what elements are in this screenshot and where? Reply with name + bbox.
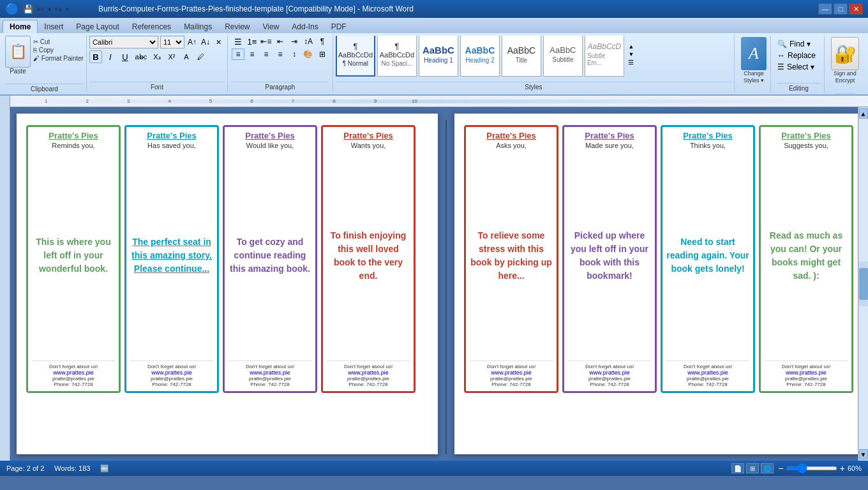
copy-button[interactable]: ⎘ Copy	[33, 47, 84, 54]
web-layout-button[interactable]: 🌐	[761, 463, 774, 473]
tab-mailings[interactable]: Mailings	[177, 20, 218, 33]
justify-button[interactable]: ≡	[274, 48, 287, 60]
font-size-decrease[interactable]: A↓	[200, 36, 211, 48]
increase-indent-button[interactable]: ⇥	[288, 36, 301, 47]
find-button[interactable]: 🔍 Find ▾	[777, 40, 820, 48]
font-size-select[interactable]: 11	[160, 36, 184, 48]
styles-scroll[interactable]: ▲ ▼ ☰	[626, 43, 636, 66]
quick-undo-arrow[interactable]: ▾	[48, 6, 51, 13]
align-left-button[interactable]: ≡	[232, 48, 244, 60]
search-icon: 🔍	[777, 40, 787, 48]
quick-save[interactable]: 💾	[23, 4, 33, 14]
show-hide-button[interactable]: ¶	[316, 36, 329, 47]
bm6-subtitle: Made sure you,	[568, 142, 651, 149]
font-name-select[interactable]: Calibri	[89, 36, 158, 48]
view-buttons: 📄 ⊞ 🌐	[731, 463, 774, 473]
style-heading2[interactable]: AaBbC Heading 2	[460, 36, 500, 77]
horizontal-ruler: 1 2 3 4 5 6 7 8 9 10	[10, 96, 868, 107]
tab-pdf[interactable]: PDF	[325, 20, 353, 33]
font-group-label: Font	[89, 82, 225, 91]
ribbon: 📋 Paste ✂ Cut ⎘ Copy 🖌 Format Painter Cl…	[0, 33, 868, 96]
page-divider	[445, 114, 447, 454]
cut-button[interactable]: ✂ Cut	[33, 38, 84, 45]
bm4-body: To finish enjoying this well loved book …	[327, 153, 410, 358]
tab-add-ins[interactable]: Add-Ins	[285, 20, 324, 33]
tab-insert[interactable]: Insert	[38, 20, 70, 33]
decrease-indent-button[interactable]: ⇤	[274, 36, 287, 47]
document-scroll-area[interactable]: Pratte's Pies Reminds you, This is where…	[10, 107, 858, 461]
select-button[interactable]: ☰ Select ▾	[777, 63, 820, 71]
quick-redo[interactable]: ↪	[55, 4, 62, 14]
text-effects-button[interactable]: A	[180, 50, 193, 63]
multilevel-button[interactable]: ⇤≡	[260, 36, 273, 47]
quick-undo[interactable]: ↩	[37, 4, 44, 14]
underline-button[interactable]: U	[119, 50, 131, 63]
format-painter-button[interactable]: 🖌 Format Painter	[33, 55, 84, 62]
paragraph-group: ☰ 1≡ ⇤≡ ⇤ ⇥ ↕A ¶ ≡ ≡ ≡ ≡ ↕ 🎨 ⊞ Paragraph	[228, 34, 333, 92]
style-title[interactable]: AaBbC Title	[502, 36, 541, 77]
bm1-title: Pratte's Pies	[32, 131, 115, 140]
bm5-body: To relieve some stress with this book by…	[470, 153, 553, 358]
bookmark-card-4: Pratte's Pies Wants you, To finish enjoy…	[321, 125, 415, 393]
bookmark-card-5: Pratte's Pies Asks you, To relieve some …	[464, 125, 558, 393]
sign-encrypt-button[interactable]: 🔐 Sign andEncrypt	[831, 37, 859, 84]
highlight-button[interactable]: 🖊	[195, 50, 207, 63]
style-subtle-em[interactable]: AaBbCcD Subtle Em...	[585, 36, 624, 77]
numbering-button[interactable]: 1≡	[246, 36, 258, 47]
close-button[interactable]: ✕	[849, 3, 863, 15]
minimize-button[interactable]: —	[818, 3, 832, 15]
maximize-button[interactable]: □	[834, 3, 848, 15]
bold-button[interactable]: B	[89, 50, 102, 63]
align-right-button[interactable]: ≡	[260, 48, 273, 60]
zoom-slider[interactable]	[786, 466, 837, 470]
left-ruler	[0, 107, 10, 461]
print-layout-button[interactable]: 📄	[731, 463, 744, 473]
tab-page-layout[interactable]: Page Layout	[70, 20, 125, 33]
style-normal[interactable]: ¶ AaBbCcDd ¶ Normal	[336, 36, 375, 77]
bm6-title: Pratte's Pies	[568, 131, 651, 140]
font-size-increase[interactable]: A↑	[186, 36, 198, 48]
style-no-spacing[interactable]: ¶ AaBbCcDd No Spaci...	[377, 36, 417, 77]
full-screen-button[interactable]: ⊞	[746, 463, 759, 473]
quick-toolbar-arrow[interactable]: ▾	[66, 6, 69, 13]
bm1-subtitle: Reminds you,	[32, 142, 115, 149]
bullets-button[interactable]: ☰	[232, 36, 244, 47]
zoom-out-button[interactable]: −	[779, 463, 784, 473]
bookmark-card-3: Pratte's Pies Would like you, To get coz…	[223, 125, 317, 393]
zoom-in-button[interactable]: +	[840, 463, 845, 473]
italic-button[interactable]: I	[104, 50, 117, 63]
office-logo[interactable]: 🔵	[5, 2, 19, 16]
right-ribbon-section: A ChangeStyles ▾ Styles 🔍 Find ▾ ↔ Repla…	[735, 34, 865, 92]
tab-references[interactable]: References	[126, 20, 177, 33]
replace-button[interactable]: ↔ Replace	[777, 51, 820, 60]
clipboard-label: Clipboard	[5, 84, 84, 93]
subscript-button[interactable]: X₂	[151, 50, 163, 63]
change-styles-button[interactable]: A ChangeStyles ▾	[741, 37, 767, 84]
clear-format-button[interactable]: ✕	[213, 36, 225, 48]
bm5-subtitle: Asks you,	[470, 142, 553, 149]
borders-button[interactable]: ⊞	[316, 48, 329, 60]
bookmark-card-2: Pratte's Pies Has saved you, The perfect…	[124, 125, 219, 393]
app-title: Burris-Computer-Forms-Prattes-Pies-finis…	[98, 4, 414, 13]
style-subtitle[interactable]: AaBbC Subtitle	[543, 36, 583, 77]
tab-review[interactable]: Review	[218, 20, 256, 33]
tab-view[interactable]: View	[257, 20, 286, 33]
bm3-body: To get cozy and continue reading this am…	[228, 153, 311, 358]
line-spacing-button[interactable]: ↕	[288, 48, 301, 60]
bm5-title: Pratte's Pies	[470, 131, 553, 140]
align-center-button[interactable]: ≡	[246, 48, 258, 60]
status-bar: Page: 2 of 2 Words: 183 🔤 📄 ⊞ 🌐 − + 60%	[0, 461, 868, 476]
bm7-body: Need to start reading again. Your book g…	[666, 153, 749, 358]
bookmarks-row-2: Pratte's Pies Asks you, To relieve some …	[464, 125, 853, 393]
bm1-body: This is where you left off in your wonde…	[32, 153, 115, 358]
paste-button[interactable]: 📋 Paste	[5, 36, 31, 75]
ruler-corner	[0, 96, 10, 107]
fill-color-button[interactable]: 🎨	[302, 48, 315, 60]
tab-home[interactable]: Home	[3, 20, 38, 33]
sort-button[interactable]: ↕A	[302, 36, 315, 47]
document-area: Pratte's Pies Reminds you, This is where…	[0, 107, 868, 461]
superscript-button[interactable]: X²	[165, 50, 178, 63]
strikethrough-button[interactable]: ab̶c	[133, 50, 149, 63]
style-heading1[interactable]: AaBbC Heading 1	[419, 36, 458, 77]
vertical-scrollbar[interactable]: ▲ ▼	[858, 107, 868, 461]
